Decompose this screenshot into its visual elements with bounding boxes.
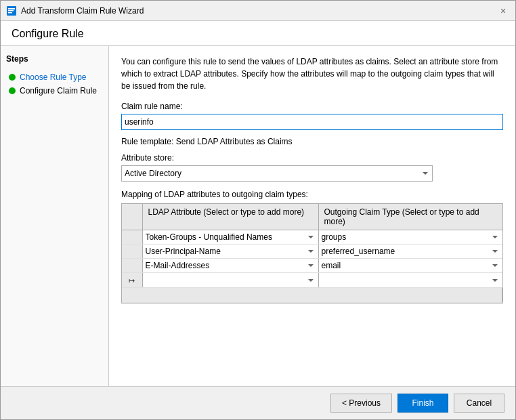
- table-row: E-Mail-Addresses email: [122, 259, 502, 273]
- col-header-ldap: LDAP Attribute (Select or type to add mo…: [142, 204, 318, 230]
- sidebar-item-configure-claim-rule-label: Configure Claim Rule: [20, 86, 97, 96]
- row-3-ldap-select[interactable]: E-Mail-Addresses: [146, 261, 316, 270]
- table-row: User-Principal-Name preferred_username: [122, 245, 502, 259]
- mapping-label: Mapping of LDAP attributes to outgoing c…: [121, 190, 503, 199]
- description-text: You can configure this rule to send the …: [121, 56, 503, 92]
- row-3-index: [122, 259, 142, 273]
- new-row-ldap-select[interactable]: [146, 276, 316, 285]
- svg-rect-3: [8, 12, 12, 14]
- footer: < Previous Finish Cancel: [1, 386, 515, 419]
- page-header: Configure Rule: [1, 21, 515, 46]
- new-row-outgoing-select[interactable]: [322, 276, 500, 285]
- wizard-icon: [6, 5, 17, 16]
- table-row: Token-Groups - Unqualified Names groups: [122, 230, 502, 245]
- row-2-outgoing-type[interactable]: preferred_username: [318, 245, 502, 259]
- svg-rect-1: [8, 8, 15, 9]
- row-1-ldap-select[interactable]: Token-Groups - Unqualified Names: [146, 232, 316, 242]
- rule-template-text: Rule template: Send LDAP Attributes as C…: [121, 137, 503, 146]
- row-2-ldap-attr[interactable]: User-Principal-Name: [142, 245, 318, 259]
- sidebar-item-choose-rule-type[interactable]: Choose Rule Type: [6, 70, 103, 84]
- attribute-store-select[interactable]: Active Directory Custom Store: [121, 165, 433, 182]
- window-title: Add Transform Claim Rule Wizard: [21, 6, 144, 16]
- row-1-ldap-attr[interactable]: Token-Groups - Unqualified Names: [142, 230, 318, 245]
- finish-button[interactable]: Finish: [397, 394, 448, 413]
- previous-button[interactable]: < Previous: [330, 394, 392, 413]
- sidebar-item-configure-claim-rule: Configure Claim Rule: [6, 84, 103, 98]
- content-area: Steps Choose Rule Type Configure Claim R…: [1, 46, 515, 386]
- row-2-index: [122, 245, 142, 259]
- cancel-button[interactable]: Cancel: [454, 394, 504, 413]
- mapping-table: LDAP Attribute (Select or type to add mo…: [122, 204, 502, 303]
- main-window: Add Transform Claim Rule Wizard × Config…: [0, 0, 516, 420]
- sidebar-item-choose-rule-type-label[interactable]: Choose Rule Type: [20, 72, 87, 82]
- sidebar: Steps Choose Rule Type Configure Claim R…: [1, 46, 109, 386]
- claim-rule-name-input[interactable]: [121, 114, 503, 130]
- row-1-index: [122, 230, 142, 245]
- row-1-outgoing-select[interactable]: groups: [322, 232, 500, 242]
- step-dot-2: [9, 87, 16, 94]
- table-footer-cell: [122, 288, 502, 303]
- attribute-store-label: Attribute store:: [121, 153, 503, 163]
- new-row-arrow-icon: ↦: [129, 276, 135, 285]
- title-bar-left: Add Transform Claim Rule Wizard: [6, 5, 144, 16]
- sidebar-title: Steps: [6, 54, 103, 64]
- table-footer-row: [122, 288, 502, 303]
- row-3-ldap-attr[interactable]: E-Mail-Addresses: [142, 259, 318, 273]
- table-new-row: ↦: [122, 273, 502, 288]
- row-3-outgoing-select[interactable]: email: [322, 261, 500, 270]
- row-2-outgoing-select[interactable]: preferred_username: [322, 247, 500, 256]
- title-bar: Add Transform Claim Rule Wizard ×: [1, 1, 515, 21]
- row-2-ldap-select[interactable]: User-Principal-Name: [146, 247, 316, 256]
- new-row-arrow: ↦: [122, 273, 142, 288]
- close-button[interactable]: ×: [496, 4, 510, 18]
- main-content: You can configure this rule to send the …: [109, 46, 515, 386]
- mapping-table-wrapper: LDAP Attribute (Select or type to add mo…: [121, 203, 503, 303]
- page-title: Configure Rule: [12, 28, 504, 40]
- step-dot-1: [9, 74, 16, 81]
- new-row-ldap[interactable]: [142, 273, 318, 288]
- new-row-outgoing[interactable]: [318, 273, 502, 288]
- col-header-empty: [122, 204, 142, 230]
- claim-rule-name-label: Claim rule name:: [121, 102, 503, 111]
- col-header-outgoing: Outgoing Claim Type (Select or type to a…: [318, 204, 502, 230]
- row-1-outgoing-type[interactable]: groups: [318, 230, 502, 245]
- row-3-outgoing-type[interactable]: email: [318, 259, 502, 273]
- table-header-row: LDAP Attribute (Select or type to add mo…: [122, 204, 502, 230]
- svg-rect-2: [8, 10, 14, 12]
